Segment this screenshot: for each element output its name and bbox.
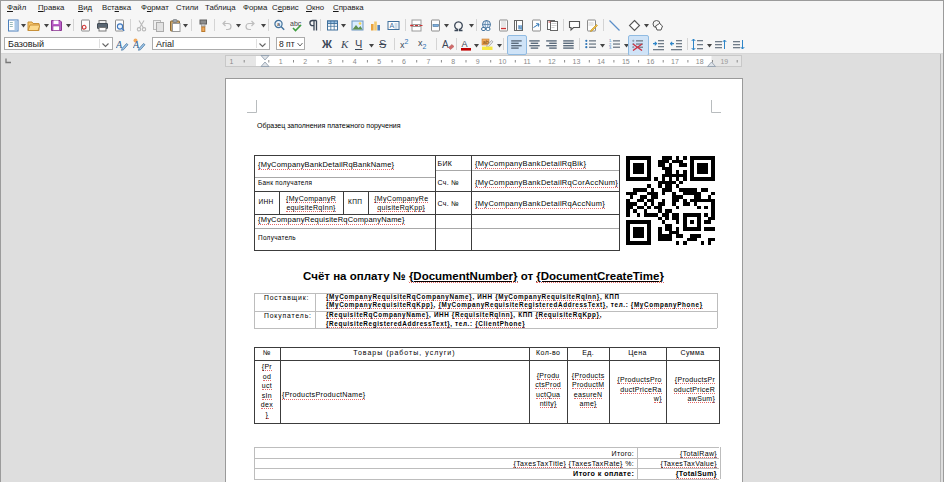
svg-text:8: 8 <box>451 58 455 65</box>
svg-text:19: 19 <box>720 58 728 65</box>
svg-text:5: 5 <box>377 58 381 65</box>
svg-text:18: 18 <box>696 58 704 65</box>
svg-text:A: A <box>442 39 449 50</box>
svg-text:6: 6 <box>402 58 406 65</box>
svg-text:3: 3 <box>328 58 332 65</box>
svg-text:1: 1 <box>229 58 233 65</box>
svg-text:11: 11 <box>523 58 530 65</box>
svg-text:14: 14 <box>597 58 605 65</box>
svg-text:3.: 3. <box>609 46 612 50</box>
svg-text:2: 2 <box>303 58 307 65</box>
svg-text:17: 17 <box>671 58 679 65</box>
svg-text:A: A <box>462 39 468 49</box>
svg-text:10: 10 <box>499 58 507 65</box>
svg-text:7: 7 <box>427 58 431 65</box>
svg-text:9: 9 <box>476 58 480 65</box>
svg-text:4: 4 <box>353 58 357 65</box>
svg-text:13: 13 <box>573 58 581 65</box>
svg-text:1: 1 <box>279 58 283 65</box>
svg-text:A: A <box>390 22 395 29</box>
svg-text:12: 12 <box>548 58 556 65</box>
svg-text:N: N <box>519 26 522 31</box>
svg-text:15: 15 <box>622 58 630 65</box>
svg-text:16: 16 <box>647 58 655 65</box>
